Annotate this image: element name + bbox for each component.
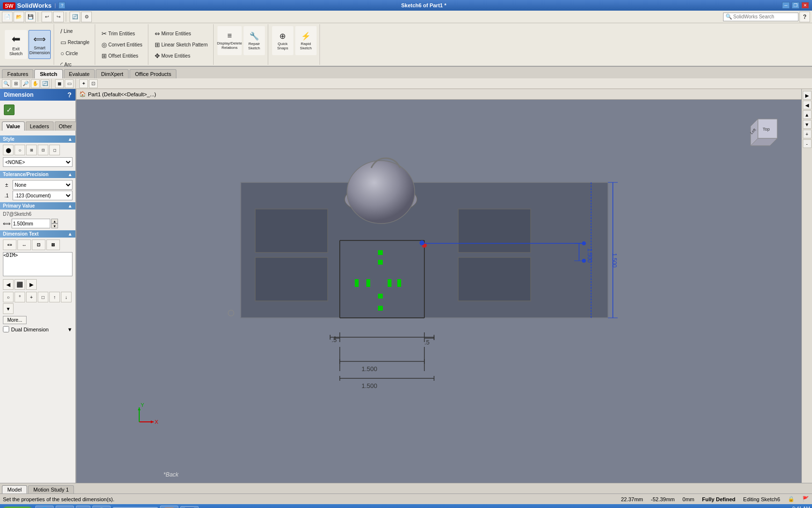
dual-dimension-checkbox[interactable] <box>3 326 9 332</box>
display-delete-btn[interactable]: ≡ Display/DeleteRelations <box>218 26 242 55</box>
minimize-button[interactable]: ─ <box>782 2 790 9</box>
primary-value-input[interactable] <box>12 219 50 228</box>
taskbar-app-windows[interactable]: 🪟 <box>160 506 178 508</box>
line-btn[interactable]: /Line <box>58 26 92 36</box>
rebuild-btn[interactable]: 🔄 <box>70 12 80 22</box>
view-cube[interactable]: Top Left <box>748 114 787 153</box>
help-btn[interactable]: ? <box>799 12 810 22</box>
rp-btn-3[interactable]: ▲ <box>803 110 812 119</box>
tab-sketch[interactable]: Sketch <box>34 69 62 78</box>
ok-button[interactable]: ✓ <box>4 105 14 115</box>
dim-icon-3[interactable]: ⊡ <box>32 239 45 250</box>
repair-sketch-btn[interactable]: 🔧 RepairSketch <box>244 26 265 55</box>
panel-tab-leaders[interactable]: Leaders <box>26 121 54 131</box>
style-icon-5[interactable]: ◻ <box>49 145 60 155</box>
arc-btn[interactable]: ◜Arc <box>58 60 92 70</box>
primary-value-section-header[interactable]: Primary Value ▲ <box>0 202 75 209</box>
rectangle-btn[interactable]: ▭Rectangle <box>58 37 92 47</box>
restore-button[interactable]: ❐ <box>792 2 799 9</box>
save-btn[interactable]: 💾 <box>25 12 36 22</box>
tab-office-products[interactable]: Office Products <box>130 69 176 78</box>
align-right-btn[interactable]: ▶ <box>26 279 37 290</box>
value-increment-btn[interactable]: ▲ <box>51 219 58 224</box>
undo-btn[interactable]: ↩ <box>42 12 52 22</box>
dim-icon-1[interactable]: «» <box>3 239 16 250</box>
open-btn[interactable]: 📂 <box>14 12 24 22</box>
precision-dropdown[interactable]: .123 (Document) .1 .12 .123 .1234 <box>13 191 72 200</box>
redo-btn[interactable]: ↪ <box>53 12 64 22</box>
offset-entities-btn[interactable]: ⊞Offset Entities <box>99 51 145 61</box>
tab-dimxpert[interactable]: DimXpert <box>96 69 129 78</box>
linear-sketch-pattern-btn[interactable]: ⊞Linear Sketch Pattern <box>152 40 210 50</box>
panel-tab-value[interactable]: Value <box>2 121 25 131</box>
dim-text-input[interactable]: <DIM> <box>3 252 72 276</box>
panel-help-btn[interactable]: ? <box>67 91 72 99</box>
trim-entities-btn[interactable]: ✂Trim Entities <box>99 29 145 39</box>
zoom-in-btn[interactable]: 🔍 <box>2 79 11 88</box>
sym-down-btn[interactable]: ↓ <box>61 292 72 302</box>
viewport-canvas[interactable]: .5 .5 1.500 1.500 <box>76 100 801 483</box>
dual-dim-collapse[interactable]: ▼ <box>67 327 72 332</box>
dim-text-section-header[interactable]: Dimension Text ▲ <box>0 230 75 238</box>
mirror-entities-btn[interactable]: ⇔Mirror Entities <box>152 29 210 39</box>
exit-sketch-btn[interactable]: ⬅ ExitSketch <box>5 30 27 59</box>
taskbar-app-explorer[interactable]: 📁 <box>56 506 74 508</box>
style-dropdown[interactable]: <NONE> Default Custom <box>3 157 72 167</box>
rp-btn-1[interactable]: ▶ <box>803 91 812 100</box>
panel-tab-other[interactable]: Other <box>55 121 77 131</box>
wireframe-btn[interactable]: ▭ <box>65 79 73 88</box>
rp-btn-4[interactable]: ▼ <box>803 120 812 129</box>
style-section-header[interactable]: Style ▲ <box>0 135 75 143</box>
sym-degree-btn[interactable]: ° <box>14 292 25 302</box>
dim-icon-4[interactable]: ⊠ <box>46 239 60 250</box>
close-button[interactable]: ✕ <box>801 2 809 9</box>
taskbar-app-word[interactable]: W <box>180 506 198 508</box>
circle-btn[interactable]: ○Circle <box>58 48 92 59</box>
sym-box-btn[interactable]: □ <box>38 292 48 302</box>
sym-plus-btn[interactable]: + <box>26 292 37 302</box>
new-btn[interactable]: 📄 <box>2 12 13 22</box>
dim-icon-2[interactable]: ↔ <box>17 239 31 250</box>
tab-features[interactable]: Features <box>2 69 33 78</box>
rapid-sketch-btn[interactable]: ⚡ RapidSketch <box>295 26 317 55</box>
tolerance-icon: ± <box>3 182 11 188</box>
title-help-icon[interactable]: ? <box>58 2 65 9</box>
zoom-area-btn[interactable]: 🔎 <box>21 79 30 88</box>
view-orient-btn[interactable]: ⊡ <box>89 79 98 88</box>
sym-circle-btn[interactable]: ○ <box>3 292 14 302</box>
sym-down2-btn[interactable]: ▼ <box>3 303 14 314</box>
pan-btn[interactable]: ✋ <box>31 79 40 88</box>
window-controls[interactable]: ─ ❐ ✕ <box>782 2 809 9</box>
value-decrement-btn[interactable]: ▼ <box>51 224 58 228</box>
taskbar-app-daemon[interactable]: 💿 <box>92 506 111 508</box>
section-view-btn[interactable]: ✦ <box>79 79 88 88</box>
quick-snaps-btn[interactable]: ⊕ QuickSnaps <box>272 26 293 55</box>
style-icon-3[interactable]: ⊞ <box>26 145 37 155</box>
style-icon-2[interactable]: ○ <box>14 145 25 155</box>
search-input[interactable] <box>733 14 796 19</box>
shaded-btn[interactable]: ◼ <box>55 79 64 88</box>
sym-up-btn[interactable]: ↑ <box>49 292 60 302</box>
rp-btn-2[interactable]: ◀ <box>803 101 812 109</box>
svg-text:X: X <box>155 419 159 425</box>
tolerance-dropdown[interactable]: None Basic Bilateral Limit Symmetric <box>13 180 72 190</box>
rp-btn-5[interactable]: + <box>803 130 812 138</box>
zoom-fit-btn[interactable]: ⊞ <box>12 79 20 88</box>
align-center-btn[interactable]: ⬛ <box>14 279 25 290</box>
tab-evaluate[interactable]: Evaluate <box>64 69 95 78</box>
taskbar-app-media[interactable]: ▶ <box>76 506 90 508</box>
move-entities-btn[interactable]: ✥Move Entities <box>152 51 210 61</box>
bottom-tab-motion-study[interactable]: Motion Study 1 <box>28 485 74 493</box>
options-btn[interactable]: ⚙ <box>81 12 92 22</box>
bottom-tab-model[interactable]: Model <box>2 485 27 493</box>
rotate-btn[interactable]: 🔄 <box>41 79 49 88</box>
tolerance-section-header[interactable]: Tolerance/Precision ▲ <box>0 171 75 178</box>
taskbar-app-ie[interactable]: 🌐 <box>35 506 54 508</box>
style-icon-1[interactable]: ⬤ <box>3 145 14 155</box>
more-button[interactable]: More... <box>3 316 27 324</box>
align-left-btn[interactable]: ◀ <box>3 279 14 290</box>
rp-btn-6[interactable]: - <box>803 139 812 148</box>
smart-dimension-btn[interactable]: ⟺ SmartDimension <box>29 30 51 59</box>
style-icon-4[interactable]: ⊡ <box>38 145 48 155</box>
convert-entities-btn[interactable]: ◎Convert Entities <box>99 40 145 50</box>
